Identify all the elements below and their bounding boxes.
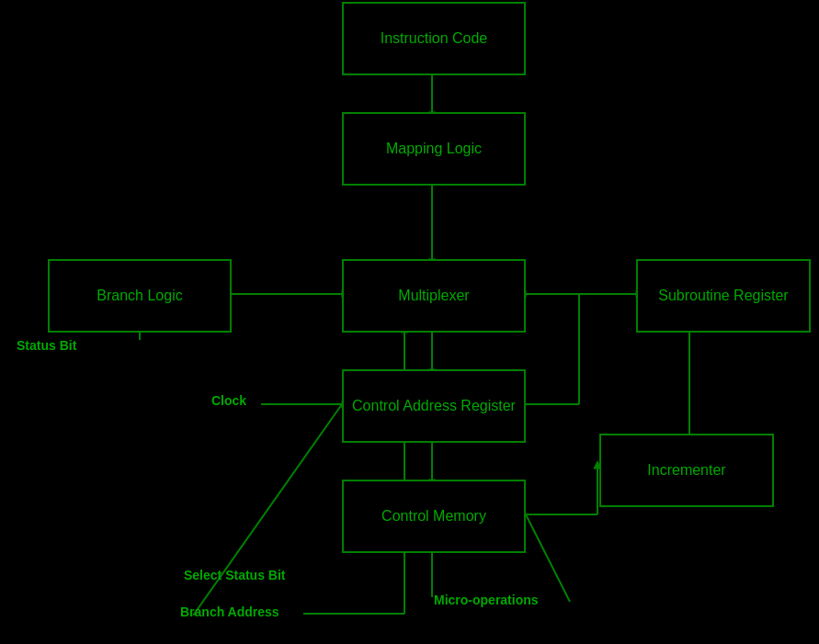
micro-operations-label: Micro-operations <box>434 593 539 607</box>
svg-line-21 <box>193 404 342 616</box>
select-status-bit-label: Select Status Bit <box>184 568 285 582</box>
mapping-logic-box: Mapping Logic <box>342 112 526 186</box>
subroutine-register-box: Subroutine Register <box>636 259 811 333</box>
svg-line-24 <box>526 514 570 602</box>
clock-label: Clock <box>211 393 246 408</box>
control-memory-box: Control Memory <box>342 480 526 553</box>
instruction-code-box: Instruction Code <box>342 2 526 75</box>
branch-logic-box: Branch Logic <box>48 259 232 333</box>
status-bit-label: Status Bit <box>17 338 76 353</box>
multiplexer-box: Multiplexer <box>342 259 526 333</box>
branch-address-label: Branch Address <box>180 604 279 619</box>
incrementer-box: Incrementer <box>599 434 774 507</box>
control-address-register-box: Control Address Register <box>342 369 526 443</box>
